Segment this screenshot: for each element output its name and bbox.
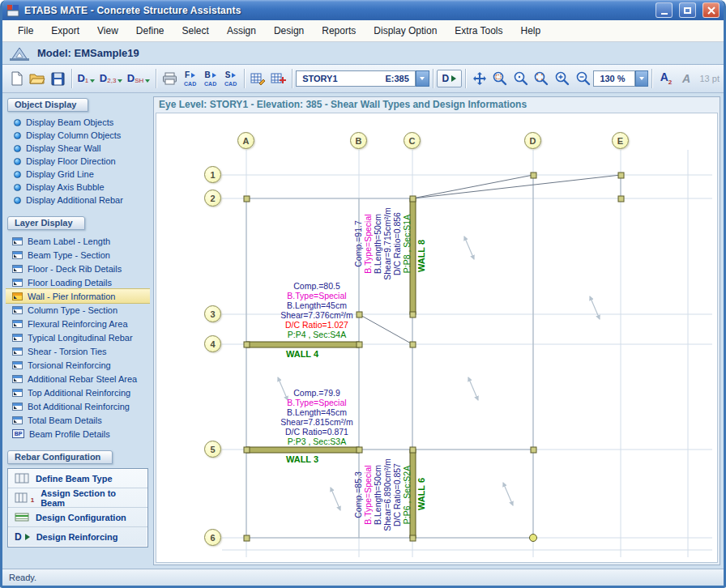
zoom-dynamic-button[interactable]	[510, 68, 532, 90]
design-run-button[interactable]: D	[437, 70, 463, 87]
zoom-window-button[interactable]	[489, 68, 510, 90]
status-text: Ready.	[9, 573, 36, 582]
export-fcad-button[interactable]: F CAD	[180, 68, 200, 90]
zoom-dropdown-button[interactable]	[635, 70, 649, 87]
item-label: Display Grid Line	[26, 169, 94, 179]
rebar-configuration-header[interactable]: Rebar Configuration	[7, 450, 113, 464]
pan-button[interactable]	[469, 68, 489, 90]
layer-item-bot-additional-reinforcing[interactable]: Bot Additional Reinforcing	[6, 399, 150, 413]
layer-item-flexural-reinforcing[interactable]: Flexural Reinforcing Area	[6, 317, 150, 330]
layer-item-shear-torsion-ties[interactable]: Shear - Torsion Ties	[6, 344, 150, 358]
story-dropdown-button[interactable]	[416, 70, 429, 87]
layer-icon	[12, 403, 23, 411]
floor-direction-arrows	[278, 236, 600, 510]
layer-item-beam-type-section[interactable]: Beam Type - Section	[6, 248, 150, 262]
model-name-label: Model: EMSample19	[37, 47, 139, 59]
layer-item-floor-loading[interactable]: Floor Loading Details	[6, 275, 150, 289]
layer-item-column-type-section[interactable]: Column Type - Section	[6, 303, 150, 317]
sidebar-item-display-beam-objects[interactable]: Display Beam Objects	[6, 116, 150, 129]
layer-item-torsional-reinforcing[interactable]: Torsional Reinforcing	[6, 358, 150, 372]
rebar-item-design-reinforcing[interactable]: D Design Reinforcing	[8, 527, 147, 547]
wall-3	[246, 447, 359, 453]
drawing-area[interactable]: A B C D E 1 2 3 4 5 6 Comp.=91.7 B.Type=…	[156, 113, 718, 563]
export-bcad-button[interactable]: B CAD	[200, 68, 220, 90]
menu-help[interactable]: Help	[511, 20, 549, 41]
bp-icon: BP	[12, 429, 24, 438]
item-label: Torsional Reinforcing	[28, 360, 111, 370]
menu-export[interactable]: Export	[42, 20, 88, 41]
layer-item-wall-pier-information[interactable]: Wall - Pier Information	[6, 289, 150, 303]
font-a2-button[interactable]: A2	[656, 68, 676, 90]
layer-item-total-beam-details[interactable]: Total Beam Details	[6, 413, 150, 427]
item-label: Flexural Reinforcing Area	[28, 319, 128, 329]
zoom-out-icon	[575, 70, 591, 87]
font-italic-button[interactable]: A	[676, 68, 696, 90]
sidebar-item-display-shear-wall[interactable]: Display Shear Wall	[6, 142, 150, 155]
sidebar-item-display-floor-direction[interactable]: Display Floor Direction	[6, 155, 150, 168]
export-scad-button[interactable]: S CAD	[220, 68, 241, 90]
sidebar-item-display-grid-line[interactable]: Display Grid Line	[6, 168, 150, 181]
bcad-icon: B CAD	[204, 71, 216, 87]
sidebar-item-display-axis-bubble[interactable]: Display Axis Bubble	[6, 181, 150, 194]
menu-reports[interactable]: Reports	[313, 20, 365, 41]
story-combobox[interactable]: STORY1 E:385	[296, 70, 416, 87]
menu-file[interactable]: File	[9, 20, 42, 41]
menu-design[interactable]: Design	[265, 20, 313, 41]
item-label: Wall - Pier Information	[28, 292, 115, 301]
menu-view[interactable]: View	[88, 20, 127, 41]
draw-plan-button-2[interactable]	[268, 68, 288, 90]
layer-item-additional-rebar-steel-area[interactable]: Additional Rebar Steel Area	[6, 372, 150, 386]
bullet-icon	[14, 171, 21, 178]
layer-icon	[12, 347, 23, 356]
zoom-dynamic-icon	[513, 70, 529, 87]
display-d1-button[interactable]: D1	[75, 68, 97, 90]
menu-extra-tools[interactable]: Extra Tools	[446, 20, 511, 41]
layer-icon	[12, 334, 23, 342]
sidebar-item-display-column-objects[interactable]: Display Column Objects	[6, 129, 150, 142]
item-label: Beam Profile Details	[29, 429, 110, 439]
item-label: Typical Longitudinal Rebar	[28, 333, 133, 343]
wall3-label: WALL 3	[274, 454, 331, 464]
rebar-item-design-configuration[interactable]: Design Configuration	[8, 508, 147, 527]
zoom-level-combobox[interactable]: 130 %	[593, 70, 634, 87]
draw-plan-button-1[interactable]	[248, 68, 268, 90]
save-button[interactable]	[48, 68, 68, 90]
sidebar-item-display-additional-rebar[interactable]: Display Additional Rebar	[6, 194, 150, 207]
toolbar-separator	[465, 69, 466, 88]
model-icon	[9, 45, 30, 62]
object-display-header[interactable]: Object Display	[7, 98, 88, 112]
wall4-label: WALL 4	[274, 349, 331, 359]
close-button[interactable]	[703, 2, 720, 18]
print-button[interactable]	[160, 68, 180, 90]
rebar-item-define-beam-type[interactable]: Define Beam Type	[8, 469, 147, 488]
maximize-button[interactable]	[679, 2, 696, 18]
d23-icon: D2,3	[100, 73, 123, 84]
menu-assign[interactable]: Assign	[218, 20, 265, 41]
story-value: STORY1	[302, 74, 337, 83]
minimize-button[interactable]	[656, 2, 673, 18]
layer-display-header[interactable]: Layer Display	[7, 216, 85, 230]
display-dsh-button[interactable]: DSH	[125, 68, 152, 90]
define-beam-type-icon	[15, 473, 29, 484]
layer-item-typical-longitudinal-rebar[interactable]: Typical Longitudinal Rebar	[6, 330, 150, 344]
rebar-item-assign-section[interactable]: 1 Assign Section to Beam	[8, 488, 147, 508]
axis-bubble-C: C	[404, 132, 421, 149]
layer-item-beam-label-length[interactable]: Beam Label - Length	[6, 234, 150, 248]
zoom-extents-button[interactable]	[531, 68, 552, 90]
display-d23-button[interactable]: D2,3	[97, 68, 125, 90]
zoom-in-button[interactable]	[552, 68, 573, 90]
layer-item-top-additional-reinforcing[interactable]: Top Additional Reinforcing	[6, 386, 150, 399]
new-button[interactable]	[6, 68, 27, 90]
layer-item-beam-profile-details[interactable]: BP Beam Profile Details	[6, 427, 150, 441]
layer-item-floor-deck-rib[interactable]: Floor - Deck Rib Details	[6, 262, 150, 275]
zoom-out-button[interactable]	[573, 68, 594, 90]
menu-define[interactable]: Define	[127, 20, 173, 41]
window-title: ETABS MATE - Concrete Structure Assistan…	[24, 5, 649, 16]
layer-icon	[12, 389, 23, 397]
menu-display-option[interactable]: Display Option	[365, 20, 446, 41]
item-label: Define Beam Type	[36, 474, 113, 484]
open-button[interactable]	[27, 68, 48, 90]
axis-bubble-E: E	[612, 132, 629, 149]
menu-select[interactable]: Select	[173, 20, 218, 41]
item-label: Display Additional Rebar	[26, 195, 123, 205]
